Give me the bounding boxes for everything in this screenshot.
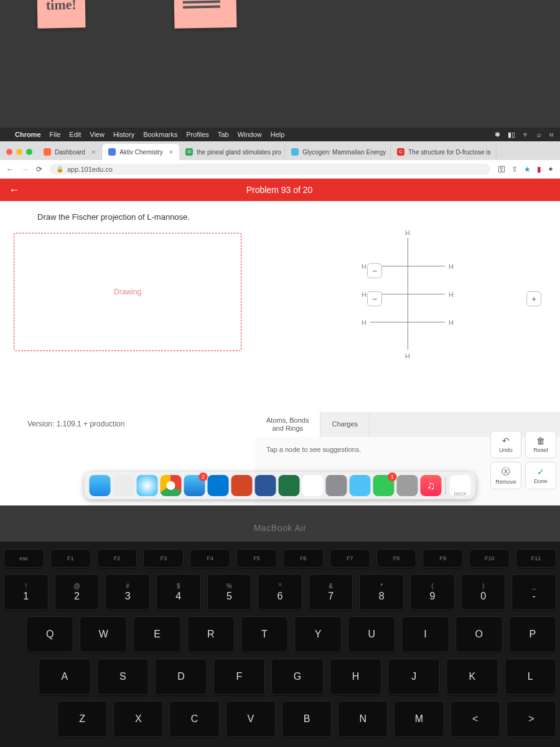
key: > <box>506 701 556 737</box>
browser-tab[interactable]: Glycogen: Mammalian Energy × <box>285 144 391 160</box>
menubar-item[interactable]: Help <box>271 131 285 138</box>
favicon-icon <box>44 148 51 156</box>
key: F8 <box>376 549 417 568</box>
browser-tab[interactable]: C The structure for D-fructose is × <box>391 144 497 160</box>
outlook-icon[interactable] <box>208 475 229 496</box>
reload-icon[interactable]: ⟳ <box>36 165 42 174</box>
key: F3 <box>143 549 184 568</box>
undo-icon: ↶ <box>502 436 510 446</box>
control-center-icon[interactable]: ⠶ <box>549 131 554 139</box>
physical-keyboard: escF1F2F3F4F5F6F7F8F9F10F11 !1@2#3$4%5^6… <box>0 542 560 747</box>
tab-charges[interactable]: Charges <box>320 412 370 437</box>
key: K <box>446 659 498 695</box>
powerpoint-icon[interactable] <box>231 475 253 496</box>
key-icon[interactable]: ⚿ <box>498 165 505 174</box>
menubar-item[interactable]: Tab <box>218 131 229 138</box>
key: T <box>241 616 288 652</box>
tab-label: Glycogen: Mammalian Energy <box>302 149 386 156</box>
share-icon[interactable]: ⇧ <box>511 165 518 174</box>
dock-folder[interactable]: DOCK <box>450 475 471 496</box>
key: esc <box>4 549 44 568</box>
atom-label: H <box>362 291 366 298</box>
key: F <box>213 659 266 695</box>
close-tab-icon[interactable]: × <box>91 148 95 156</box>
preview-icon[interactable] <box>397 475 418 496</box>
chrome-icon[interactable] <box>161 475 182 496</box>
photos-icon[interactable] <box>302 475 324 496</box>
key: )0 <box>461 574 506 610</box>
back-arrow-icon[interactable]: ← <box>9 184 20 197</box>
key: L <box>505 659 557 695</box>
key: F7 <box>330 549 370 568</box>
battery-icon[interactable]: ▮▯ <box>508 131 515 139</box>
key: B <box>282 701 332 737</box>
done-button[interactable]: ✓Done <box>525 462 556 489</box>
menubar-item[interactable]: Edit <box>69 131 81 138</box>
plus-button[interactable]: + <box>526 291 541 306</box>
safari-icon[interactable] <box>137 475 158 496</box>
bluetooth-icon[interactable]: ✱ <box>495 131 500 139</box>
key: N <box>338 701 388 737</box>
mail-icon[interactable]: 2 <box>184 475 205 496</box>
search-icon[interactable]: ⌕ <box>537 131 541 138</box>
word-icon[interactable] <box>255 475 276 496</box>
settings-icon[interactable] <box>326 475 347 496</box>
menubar-item[interactable]: Window <box>238 131 262 138</box>
minus-button[interactable]: − <box>367 263 382 278</box>
remove-button[interactable]: ⓧRemove <box>490 462 521 489</box>
menubar-item[interactable]: View <box>90 131 105 138</box>
key: Q <box>26 616 73 652</box>
wifi-icon[interactable]: ᯤ <box>523 131 530 138</box>
close-icon[interactable] <box>6 149 12 155</box>
globe-icon[interactable] <box>350 475 371 496</box>
browser-tab[interactable]: Dashboard × <box>37 144 102 160</box>
key: E <box>133 616 180 652</box>
menubar-item[interactable]: Bookmarks <box>143 131 177 138</box>
extension-icon[interactable]: ▮ <box>537 165 541 174</box>
minus-button[interactable]: − <box>367 291 382 306</box>
browser-tab[interactable]: Aktiv Chemistry × <box>102 144 179 160</box>
menubar-item[interactable]: File <box>50 131 61 138</box>
close-tab-icon[interactable]: × <box>169 148 173 156</box>
maximize-icon[interactable] <box>26 149 32 155</box>
puzzle-icon[interactable]: ✦ <box>548 165 554 174</box>
key: F6 <box>283 549 324 568</box>
finder-icon[interactable] <box>90 475 111 496</box>
app-header: ← Problem 93 of 20 <box>0 179 560 201</box>
key: V <box>226 701 276 737</box>
key: J <box>388 659 440 695</box>
launchpad-icon[interactable] <box>113 475 134 496</box>
menubar-item[interactable]: History <box>113 131 134 138</box>
key: W <box>80 616 127 652</box>
key: M <box>394 701 444 737</box>
macos-menubar: Chrome File Edit View History Bookmarks … <box>0 128 560 141</box>
hint-text: Tap a node to see suggestions. <box>266 446 361 453</box>
drawing-dropzone[interactable]: Drawing <box>14 233 241 351</box>
key: R <box>187 616 235 652</box>
nav-forward-icon[interactable]: → <box>21 165 29 174</box>
tab-label: Aktiv Chemistry <box>119 149 162 156</box>
undo-button[interactable]: ↶Undo <box>490 431 521 458</box>
tab-atoms-bonds[interactable]: Atoms, Bonds and Rings <box>255 412 320 437</box>
menubar-item[interactable]: Profiles <box>186 131 209 138</box>
tab-label: Dashboard <box>55 149 85 156</box>
menubar-app[interactable]: Chrome <box>15 131 41 138</box>
tab-strip: Dashboard × Aktiv Chemistry × G the pine… <box>0 141 560 160</box>
reset-button[interactable]: 🗑Reset <box>525 431 556 458</box>
drawing-canvas[interactable]: H H H H H H H H − − + <box>255 201 560 412</box>
music-icon[interactable]: ♫ <box>421 475 442 496</box>
excel-icon[interactable] <box>279 475 300 496</box>
minimize-icon[interactable] <box>16 149 22 155</box>
star-icon[interactable]: ★ <box>524 165 531 174</box>
key: $4 <box>156 574 201 610</box>
browser-tab[interactable]: G the pineal gland stimulates pro × <box>179 144 285 160</box>
window-controls[interactable] <box>2 149 37 160</box>
facetime-icon[interactable]: 1 <box>373 475 394 496</box>
tab-label: the pineal gland stimulates pro <box>197 149 281 156</box>
favicon-icon: C <box>397 148 404 156</box>
url-field[interactable]: 🔒 app.101edu.co <box>50 164 490 175</box>
atom-label: H <box>449 263 454 270</box>
check-icon: ✓ <box>537 467 544 477</box>
atom-label: H <box>362 263 366 270</box>
nav-back-icon[interactable]: ← <box>6 165 14 174</box>
